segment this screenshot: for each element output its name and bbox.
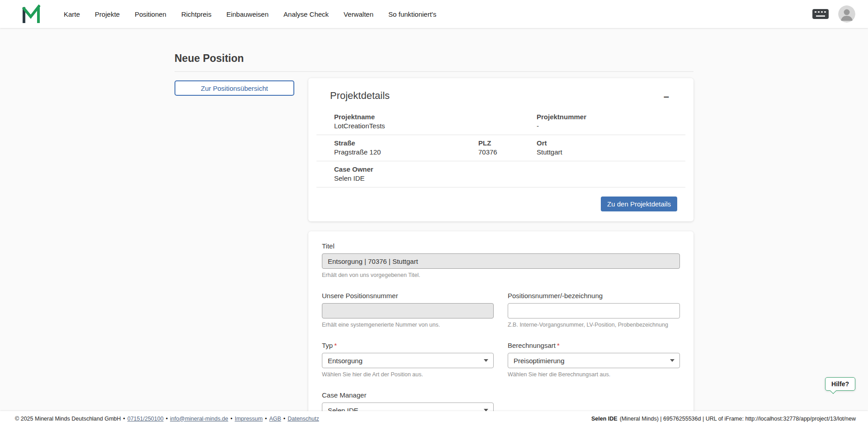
berechnungsart-select-value: Preisoptimierung (514, 357, 565, 365)
session-user: Selen IDE (591, 416, 618, 422)
copyright-text: © 2025 Mineral Minds Deutschland GmbH (15, 416, 121, 422)
typ-helper: Wählen Sie hier die Art der Position aus… (322, 371, 494, 378)
keyboard-icon[interactable] (812, 9, 829, 19)
top-navigation-bar: Karte Projekte Positionen Richtpreis Ein… (0, 0, 868, 28)
chevron-down-icon (484, 359, 488, 362)
nav-projekte[interactable]: Projekte (95, 10, 120, 18)
ort-label: Ort (537, 139, 685, 147)
nav-einbauweisen[interactable]: Einbauweisen (226, 10, 269, 18)
mineral-minds-logo-icon[interactable] (21, 5, 40, 23)
project-details-card: Projektdetails – Projektname LotCreation… (308, 78, 693, 221)
ort-value: Stuttgart (537, 148, 685, 156)
positionsnummer-input[interactable] (508, 303, 680, 318)
main-nav: Karte Projekte Positionen Richtpreis Ein… (64, 10, 436, 18)
page-title: Neue Position (175, 52, 693, 71)
datenschutz-link[interactable]: Datenschutz (288, 416, 319, 422)
positionsnummer-label: Positionsnummer/-bezeichnung (508, 292, 680, 300)
project-details-table: Projektname LotCreationTests Projektnumm… (316, 109, 685, 187)
nav-positionen[interactable]: Positionen (135, 10, 166, 18)
user-avatar-icon[interactable] (838, 5, 855, 23)
typ-select-value: Entsorgung (328, 357, 363, 365)
collapse-card-button[interactable]: – (661, 90, 672, 103)
table-row: Case Owner Selen IDE (316, 161, 685, 187)
impressum-link[interactable]: Impressum (235, 416, 263, 422)
unsere-positionsnummer-helper: Erhält eine systemgenerierte Nummer von … (322, 322, 494, 328)
case-owner-value: Selen IDE (334, 174, 685, 182)
footer-left: © 2025 Mineral Minds Deutschland GmbH • … (15, 416, 319, 422)
case-manager-label: Case Manager (322, 391, 494, 399)
left-column: Zur Positionsübersicht (175, 78, 294, 96)
footer: © 2025 Mineral Minds Deutschland GmbH • … (0, 411, 868, 426)
right-column: Projektdetails – Projektname LotCreation… (308, 78, 693, 426)
phone-link[interactable]: 07151/250100 (127, 416, 164, 422)
unsere-positionsnummer-label: Unsere Positionsnummer (322, 292, 494, 300)
strasse-label: Straße (334, 139, 478, 147)
projektname-value: LotCreationTests (334, 122, 537, 130)
nav-so-funktionierts[interactable]: So funktioniert's (388, 10, 436, 18)
titel-helper: Erhält den von uns vorgegebenen Titel. (322, 272, 680, 278)
positionsnummer-helper: Z.B. Interne-Vorgangsnummer, LV-Position… (508, 322, 680, 328)
chevron-down-icon (670, 359, 675, 362)
typ-label: Typ* (322, 342, 494, 349)
strasse-value: Pragstraße 120 (334, 148, 478, 156)
help-button[interactable]: Hilfe? (825, 377, 855, 391)
agb-link[interactable]: AGB (269, 416, 281, 422)
berechnungsart-select[interactable]: Preisoptimierung (508, 353, 680, 368)
back-to-position-overview-button[interactable]: Zur Positionsübersicht (175, 80, 294, 96)
berechnungsart-label: Berechnungsart* (508, 342, 680, 349)
nav-analyse-check[interactable]: Analyse Check (283, 10, 329, 18)
plz-label: PLZ (478, 139, 537, 147)
unsere-positionsnummer-input[interactable] (322, 303, 494, 318)
topbar-right (812, 5, 855, 23)
typ-select[interactable]: Entsorgung (322, 353, 494, 368)
go-to-project-details-button[interactable]: Zu den Projektdetails (601, 197, 677, 211)
title-divider (175, 71, 693, 72)
nav-karte[interactable]: Karte (64, 10, 80, 18)
titel-label: Titel (322, 242, 680, 250)
email-link[interactable]: info@mineral-minds.de (170, 416, 228, 422)
required-asterisk: * (334, 342, 337, 349)
help-label: Hilfe? (831, 380, 849, 388)
nav-richtpreis[interactable]: Richtpreis (181, 10, 212, 18)
table-row: Straße Pragstraße 120 PLZ 70376 Ort Stut… (316, 135, 685, 161)
projektnummer-value: - (537, 122, 685, 130)
session-info: (Mineral Minds) | 69576255536d | URL of … (620, 416, 856, 422)
required-asterisk: * (557, 342, 560, 349)
projektnummer-label: Projektnummer (537, 113, 685, 121)
titel-input[interactable] (322, 253, 680, 269)
project-card-title: Projektdetails (330, 90, 390, 102)
case-owner-label: Case Owner (334, 165, 685, 173)
projektname-label: Projektname (334, 113, 537, 121)
table-row: Projektname LotCreationTests Projektnumm… (316, 109, 685, 135)
help-bubble-tail (830, 388, 836, 394)
footer-right: Selen IDE (Mineral Minds) | 69576255536d… (591, 416, 856, 422)
berechnungsart-helper: Wählen Sie hier die Berechnungsart aus. (508, 371, 680, 378)
new-position-form-card: Titel Erhält den von uns vorgegebenen Ti… (308, 231, 693, 426)
main-content: Neue Position Zur Positionsübersicht Pro… (175, 28, 693, 426)
plz-value: 70376 (478, 148, 537, 156)
nav-verwalten[interactable]: Verwalten (344, 10, 373, 18)
